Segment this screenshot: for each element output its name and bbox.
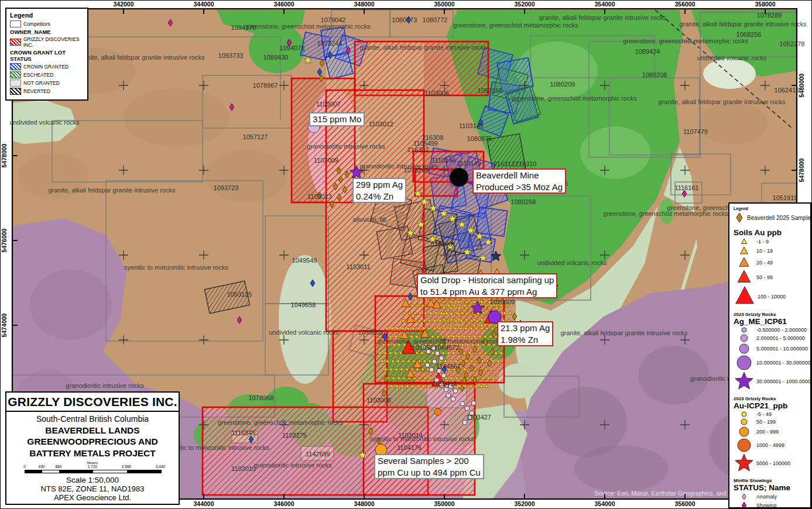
- geology-label: granite, alkali feldspar granite intrusi…: [359, 44, 487, 51]
- claim-number-label: 1062416: [775, 87, 800, 94]
- star-symbol-icon: [734, 371, 755, 392]
- legend-class-row: 50 - 199: [734, 418, 808, 426]
- star-symbol: [735, 372, 753, 389]
- axis-tick-label: 344000: [193, 1, 214, 8]
- attribution-text: Source: Esri, Maxar, Earthstar Geographi…: [594, 490, 727, 497]
- scalebar-tick-label: 2,580: [122, 465, 131, 469]
- axis-tick-label: 354000: [594, 1, 615, 8]
- geology-label: granite, alkali feldspar granite intrusi…: [658, 98, 786, 105]
- triangle-symbol-icon: [739, 246, 749, 256]
- legend-item: ESCHEATED: [10, 71, 84, 78]
- claim-number-label: 1080773: [392, 16, 417, 23]
- map-document: granite, alkali feldspar granite intrusi…: [0, 0, 812, 509]
- circle-symbol: [741, 419, 747, 425]
- circle-symbol: [739, 427, 749, 436]
- legend-item: CROWN GRANTED: [10, 63, 84, 70]
- annotation-callout: Beaverdell MineProduced >35 Moz Ag: [472, 168, 566, 194]
- axis-tick-label: 344000: [193, 500, 214, 507]
- axis-tick-label: 5478000: [1, 143, 8, 167]
- rock-circle-small: [471, 401, 476, 405]
- geology-label: granodioritic intrusive rocks: [307, 143, 385, 150]
- legend-section-heading: Au-ICP21_ppb: [734, 401, 808, 410]
- legend-class-label: 200 - 999: [756, 429, 779, 435]
- claim-number-label: 1073249: [404, 167, 429, 174]
- annotation-line: Several Samples > 200: [378, 455, 481, 467]
- axis-tick-label: 352000: [514, 1, 535, 8]
- rock-circle-small: [435, 351, 440, 356]
- triangle-symbol-icon: [734, 286, 756, 308]
- legend-heading: CROWN GRANT LOT STATUS: [10, 49, 84, 62]
- claim-number-label: 1104176: [397, 444, 422, 451]
- legend-class-label: 5.000001 - 10.000000: [756, 346, 808, 352]
- legend-class-row: 10 - 19: [734, 246, 808, 256]
- claim-number-label: 1094071: [280, 44, 305, 51]
- rock-circle-small: [451, 397, 455, 401]
- circle-symbol-icon: [741, 411, 748, 418]
- triangle-symbol: [741, 247, 748, 254]
- claim-number-label: 1103007: [316, 101, 341, 108]
- legend-class-row: 20 - 49: [734, 256, 808, 269]
- claim-number-label: 1110146: [431, 157, 455, 164]
- claim-number-label: 1107479: [683, 128, 708, 135]
- claim-number-label: 1078967: [253, 82, 278, 89]
- circle-symbol-icon: [739, 333, 749, 343]
- axis-tick-label: 5474000: [1, 313, 8, 337]
- scalebar-tick-label: 1,720: [88, 465, 97, 469]
- claim-number-label: 510298: [431, 240, 453, 247]
- region-subtitle: South-Central British Columbia: [6, 412, 179, 425]
- legend-class-row: 30.000001 - 1000.000000: [734, 371, 808, 392]
- annotation-line: 21.3 ppm Ag: [501, 322, 550, 334]
- triangle-symbol-icon: [738, 256, 751, 269]
- claim-number-label: 1049658: [291, 301, 316, 308]
- rock-circle-small: [429, 367, 434, 372]
- annotation-line: 0.24% Zn: [356, 191, 403, 202]
- claim-number-label: 1057127: [243, 133, 268, 140]
- scalebar-tick-label: 0: [23, 465, 26, 469]
- scalebar-tick-label: 860: [56, 465, 62, 469]
- claim-number-label: 1080208: [642, 71, 667, 78]
- geology-label: granodioritic intrusive rocks: [66, 382, 144, 389]
- geology-label: alluvium, till: [353, 216, 386, 223]
- rock-circle-small: [441, 373, 446, 378]
- black-swatch-icon: [10, 88, 21, 95]
- claim-number-label: 1053125: [227, 291, 252, 298]
- legend-item-label: CROWN GRANTED: [23, 64, 68, 70]
- legend-class-label: 10 - 19: [756, 248, 773, 254]
- annotation-callout: Gold Drop - Historical sampling upto 51.…: [417, 273, 557, 298]
- legend-class-label: -0.500000 - 2.000000: [756, 327, 807, 333]
- geology-label: undivided volcanic rocks: [697, 54, 767, 61]
- circle-symbol: [739, 344, 749, 353]
- circle-symbol: [742, 412, 746, 417]
- legend-class-label: 50 - 199: [756, 419, 776, 425]
- claim-number-label: 1080209: [550, 81, 575, 88]
- diamond-symbol-icon: [740, 493, 748, 501]
- legend-item: REVERTED: [10, 88, 84, 95]
- geology-label: granite, alkali feldspar granite intrusi…: [539, 14, 666, 21]
- legend-title: Legend: [10, 12, 84, 19]
- legend-item: NOT GRANTED: [10, 80, 84, 87]
- claim-number-label: 1094170: [231, 24, 256, 31]
- annotation-line: to 51.4 ppm Au & 377 ppm Ag: [420, 286, 554, 298]
- triangle-symbol: [742, 239, 747, 244]
- legend-class-label: Showing: [756, 503, 777, 508]
- legend-section-heading: STATUS; Name: [734, 483, 808, 492]
- project-line-2: GREENWOODPRECIOUS AND: [6, 436, 179, 447]
- legend-class-label: 30.000001 - 1000.000000: [756, 379, 811, 384]
- geology-label: granite, alkali feldspar granite intrusi…: [48, 187, 176, 194]
- au-circle-orange: [434, 408, 441, 415]
- claim-number-label: 216310: [515, 160, 537, 167]
- claim-number-label: 1103014: [398, 432, 423, 439]
- annotation-callout: 299 ppm Ag0.24% Zn: [352, 178, 406, 203]
- annotation-line: 1.98% Zn: [501, 334, 550, 346]
- geology-label: granite, alkali feldspar granite intrusi…: [679, 20, 807, 27]
- geology-label: granite, alkali feldspar granite intrusi…: [77, 54, 205, 61]
- annotation-line: Gold Drop - Historical sampling up: [420, 274, 554, 286]
- annotation-callout: Several Samples > 200ppm Cu up to 494 pp…: [374, 454, 484, 479]
- plain-swatch-icon: [10, 20, 21, 27]
- legend-class-label: 20 - 49: [756, 260, 773, 266]
- legend-class-row: 1000 - 4999: [734, 438, 808, 453]
- legend-class-row: -5 - 49: [734, 411, 808, 418]
- legend-item: GRIZZLY DISCOVERIES INC.: [10, 36, 84, 48]
- axis-tick-label: 346000: [273, 500, 294, 507]
- star-symbol-icon: [734, 453, 755, 474]
